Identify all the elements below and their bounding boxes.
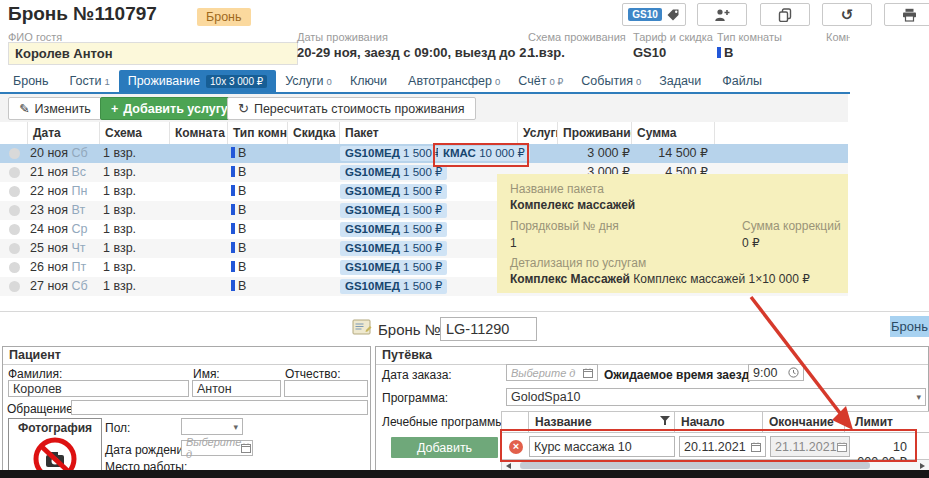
- photo-placeholder[interactable]: Фотография: [8, 418, 102, 478]
- name-input[interactable]: Антон: [192, 380, 281, 397]
- plus-icon: +: [111, 102, 118, 116]
- chevron-down-icon: ▾: [916, 392, 921, 402]
- header-services[interactable]: Услуги: [518, 122, 558, 144]
- tab-files[interactable]: Файлы: [713, 70, 774, 92]
- tooltip-corrections-label: Сумма коррекций: [742, 219, 841, 233]
- header-discount[interactable]: Скидка: [288, 122, 340, 144]
- lodging-total-badge: 10x 3 000 ₽: [206, 75, 267, 88]
- package-tooltip: Название пакета Компелекс массажей Поряд…: [497, 174, 848, 293]
- add-program-button[interactable]: Добавить: [391, 437, 498, 458]
- gender-label: Пол:: [105, 421, 130, 435]
- tab-tasks[interactable]: Задачи: [650, 70, 713, 92]
- screen: Бронь №110797 Бронь ФИО гостя Королев Ан…: [0, 0, 929, 478]
- rate-tag-button[interactable]: GS10: [622, 3, 686, 26]
- program-label: Программа:: [382, 391, 448, 405]
- package-badge: GS10МЕД 1 500 ₽: [340, 165, 447, 180]
- scrollbar-thumb[interactable]: [520, 462, 870, 469]
- tooltip-day-label: Порядковый № дня: [510, 219, 619, 233]
- add-service-button[interactable]: + Добавить услугу: [100, 97, 239, 120]
- surname-label: Фамилия:: [8, 367, 62, 381]
- kmac-highlight-box: [433, 143, 529, 167]
- header-package[interactable]: Пакет: [340, 122, 518, 144]
- room-type-color-bar: [717, 47, 721, 58]
- header-total[interactable]: Сумма: [632, 122, 715, 144]
- guest-input[interactable]: Королев Антон: [8, 42, 298, 65]
- booking-window: Бронь №110797 Бронь ФИО гостя Королев Ан…: [0, 0, 850, 311]
- room-label: Комната: [826, 31, 850, 43]
- tab-keys[interactable]: Ключи: [341, 70, 399, 92]
- status-badge: Бронь: [197, 8, 251, 26]
- tab-invoice[interactable]: Счёт0 ₽: [509, 70, 572, 92]
- row-select-circle[interactable]: [9, 205, 20, 216]
- arrival-time-input[interactable]: 9:00: [748, 364, 804, 381]
- birth-date-input[interactable]: Выберите д: [181, 440, 253, 456]
- tab-transfer[interactable]: Автотрансфер0: [399, 70, 509, 92]
- tab-bar: Бронь Гости1 Проживание10x 3 000 ₽ Услуг…: [0, 70, 850, 94]
- room-type-label: Тип комнаты: [717, 31, 782, 43]
- row-select-circle[interactable]: [9, 186, 20, 197]
- tariff-label: Тариф и скидка: [633, 31, 713, 43]
- room-type-color-bar: [231, 242, 235, 253]
- tab-lodging[interactable]: Проживание10x 3 000 ₽: [119, 70, 276, 92]
- edit-button[interactable]: ✎ Изменить: [8, 97, 102, 120]
- print-button[interactable]: [884, 3, 929, 26]
- row-select-circle[interactable]: [9, 224, 20, 235]
- row-select-circle[interactable]: [9, 243, 20, 254]
- tooltip-details-label: Детализация по услугам: [510, 256, 646, 270]
- gender-select[interactable]: ▾: [181, 418, 243, 435]
- room-type-color-bar: [231, 223, 235, 234]
- surname-input[interactable]: Королев: [8, 380, 189, 397]
- room-type-color-bar: [231, 166, 235, 177]
- action-bar: ✎ Изменить + Добавить услугу ↻ Пересчита…: [0, 94, 848, 123]
- row-select-circle[interactable]: [9, 148, 20, 159]
- tab-booking[interactable]: Бронь: [4, 70, 61, 92]
- package-badge: GS10МЕД 1 500 ₽: [340, 241, 447, 256]
- patronymic-input[interactable]: [284, 380, 368, 397]
- scheme-label: Схема проживания: [528, 31, 626, 43]
- header-scheme[interactable]: Схема: [100, 122, 170, 144]
- scroll-right-icon[interactable]: [920, 463, 925, 469]
- row-select-circle[interactable]: [9, 262, 20, 273]
- patronymic-label: Отчество:: [285, 367, 341, 381]
- tooltip-package-value: Компелекс массажей: [510, 198, 635, 212]
- package-badge: GS10МЕД 1 500 ₽: [340, 203, 447, 218]
- header-room[interactable]: Комната: [170, 122, 228, 144]
- name-label: Имя:: [193, 367, 220, 381]
- scroll-left-icon[interactable]: [506, 463, 511, 469]
- tab-events[interactable]: События0: [572, 70, 650, 92]
- patient-panel: Пациент Фамилия: Королев Имя: Антон Отче…: [2, 346, 371, 473]
- patient-heading: Пациент: [3, 347, 370, 365]
- tab-services[interactable]: Услуги0: [276, 70, 341, 92]
- tooltip-day-value: 1: [510, 236, 517, 250]
- salutation-label: Обращение:: [7, 402, 76, 416]
- copy-button[interactable]: [760, 3, 810, 26]
- row-select-circle[interactable]: [9, 281, 20, 292]
- recalculate-button[interactable]: ↻ Пересчитать стоимость проживания: [227, 97, 476, 120]
- add-guest-button[interactable]: [697, 3, 747, 26]
- card-number-input[interactable]: LG-11290: [440, 317, 537, 341]
- card-title: Бронь №: [378, 321, 441, 338]
- calendar-icon: [241, 443, 251, 453]
- tooltip-package-label: Название пакета: [510, 182, 604, 196]
- package-badge: GS10МЕД 1 500 ₽: [340, 222, 447, 237]
- room-type-color-bar: [231, 185, 235, 196]
- treatment-programs-label: Лечебные программы:: [382, 415, 507, 429]
- table-row[interactable]: 20 ноя Сб 1 взр. B GS10МЕД 1 500 ₽ КМАС …: [0, 144, 848, 163]
- salutation-input[interactable]: [71, 400, 368, 415]
- header-lodging[interactable]: Проживание: [558, 122, 632, 144]
- refresh-icon: ↻: [238, 101, 249, 116]
- row-select-circle[interactable]: [9, 167, 20, 178]
- bottom-edge-bar: [0, 470, 929, 478]
- guest-value: Королев Антон: [15, 46, 113, 61]
- table-header: Дата Схема Комната Тип комна… Скидка Пак…: [0, 122, 848, 145]
- package-badge: GS10МЕД 1 500 ₽: [340, 260, 447, 275]
- room-type-color-bar: [231, 147, 235, 158]
- header-date[interactable]: Дата: [28, 122, 100, 144]
- program-select[interactable]: GolodSpa10 ▾: [506, 388, 926, 406]
- header-room-type[interactable]: Тип комна…: [228, 122, 288, 144]
- order-date-input[interactable]: Выберите д: [506, 364, 598, 381]
- tooltip-details-value: Комплекс Массажей Комплекс массажей 1×10…: [510, 272, 810, 286]
- tab-guests[interactable]: Гости1: [61, 70, 119, 92]
- card-status-badge[interactable]: Бронь: [890, 316, 929, 337]
- history-button[interactable]: ↺: [822, 3, 872, 26]
